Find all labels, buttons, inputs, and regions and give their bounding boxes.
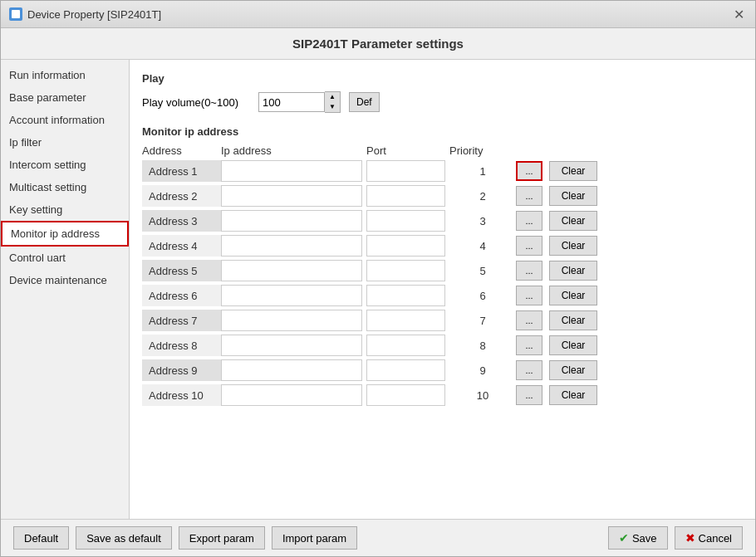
port-input-3[interactable] [366, 210, 445, 232]
priority-10: 10 [449, 389, 516, 402]
col-ip: Ip address [221, 144, 366, 157]
port-input-1[interactable] [366, 160, 445, 182]
save-label: Save [632, 532, 657, 545]
address-row-1: Address 1 1 ... Clear [142, 160, 743, 182]
svg-rect-0 [12, 10, 20, 18]
browse-button-3[interactable]: ... [516, 211, 542, 231]
sidebar-item-intercom-setting[interactable]: Intercom setting [1, 154, 129, 176]
play-volume-label: Play volume(0~100) [142, 96, 250, 109]
ip-input-5[interactable] [221, 260, 362, 281]
browse-button-6[interactable]: ... [516, 286, 542, 305]
priority-1: 1 [449, 165, 516, 178]
title-bar: Device Property [SIP2401T] ✕ [1, 1, 755, 28]
clear-button-9[interactable]: Clear [549, 360, 597, 380]
spinner-up[interactable]: ▲ [325, 92, 340, 102]
address-row-7: Address 7 7 ... Clear [142, 310, 743, 331]
ip-input-2[interactable] [221, 185, 362, 207]
sidebar: Run informationBase parameterAccount inf… [1, 60, 130, 519]
col-address: Address [142, 144, 221, 157]
address-label-8: Address 8 [142, 335, 221, 356]
browse-button-1[interactable]: ... [516, 161, 542, 181]
sidebar-item-ip-filter[interactable]: Ip filter [1, 131, 129, 154]
address-row-4: Address 4 4 ... Clear [142, 235, 743, 257]
address-row-8: Address 8 8 ... Clear [142, 335, 743, 356]
browse-button-10[interactable]: ... [516, 385, 542, 405]
save-as-default-button[interactable]: Save as default [76, 526, 172, 550]
ip-input-3[interactable] [221, 210, 362, 232]
port-input-2[interactable] [366, 185, 445, 207]
clear-button-2[interactable]: Clear [549, 186, 597, 206]
browse-button-7[interactable]: ... [516, 310, 542, 330]
address-row-10: Address 10 10 ... Clear [142, 384, 743, 406]
browse-button-4[interactable]: ... [516, 236, 542, 256]
port-input-9[interactable] [366, 359, 445, 381]
address-row-9: Address 9 9 ... Clear [142, 359, 743, 381]
close-button[interactable]: ✕ [730, 6, 747, 22]
priority-8: 8 [449, 340, 516, 352]
priority-3: 3 [449, 215, 516, 227]
clear-button-10[interactable]: Clear [549, 385, 597, 405]
sidebar-item-key-setting[interactable]: Key setting [1, 198, 129, 221]
col-priority: Priority [449, 144, 516, 157]
address-label-1: Address 1 [142, 160, 221, 182]
address-label-4: Address 4 [142, 235, 221, 257]
save-button[interactable]: ✔ Save [608, 526, 668, 550]
sidebar-item-base-parameter[interactable]: Base parameter [1, 86, 129, 109]
ip-input-10[interactable] [221, 384, 362, 406]
address-row-3: Address 3 3 ... Clear [142, 210, 743, 232]
monitor-section: Monitor ip address Address Ip address Po… [142, 125, 743, 406]
volume-input[interactable] [258, 92, 325, 112]
ip-input-1[interactable] [221, 160, 362, 182]
port-input-6[interactable] [366, 285, 445, 306]
ip-input-9[interactable] [221, 359, 362, 381]
title-bar-text: Device Property [SIP2401T] [27, 8, 161, 21]
clear-button-8[interactable]: Clear [549, 335, 597, 355]
port-input-5[interactable] [366, 260, 445, 281]
clear-button-7[interactable]: Clear [549, 310, 597, 330]
clear-button-1[interactable]: Clear [549, 161, 597, 181]
ip-input-4[interactable] [221, 235, 362, 257]
clear-button-4[interactable]: Clear [549, 236, 597, 256]
address-row-2: Address 2 2 ... Clear [142, 185, 743, 207]
browse-button-8[interactable]: ... [516, 335, 542, 355]
monitor-section-title: Monitor ip address [142, 125, 743, 138]
port-input-8[interactable] [366, 335, 445, 356]
clear-button-6[interactable]: Clear [549, 286, 597, 305]
sidebar-item-monitor-ip-address[interactable]: Monitor ip address [1, 221, 129, 247]
cancel-button[interactable]: ✖ Cancel [675, 526, 743, 550]
title-bar-left: Device Property [SIP2401T] [9, 7, 161, 21]
save-icon: ✔ [619, 531, 629, 545]
import-param-button[interactable]: Import param [272, 526, 357, 550]
export-param-button[interactable]: Export param [179, 526, 265, 550]
main-header: SIP2401T Parameter settings [1, 28, 755, 60]
clear-button-5[interactable]: Clear [549, 261, 597, 281]
sidebar-item-run-information[interactable]: Run information [1, 64, 129, 86]
address-row-6: Address 6 6 ... Clear [142, 285, 743, 306]
main-content: Play Play volume(0~100) ▲ ▼ Def Monitor … [130, 60, 755, 519]
spinner-down[interactable]: ▼ [325, 102, 340, 112]
sidebar-item-device-maintenance[interactable]: Device maintenance [1, 269, 129, 291]
browse-button-5[interactable]: ... [516, 261, 542, 281]
ip-input-7[interactable] [221, 310, 362, 331]
priority-7: 7 [449, 315, 516, 327]
window-icon [9, 7, 22, 21]
browse-button-2[interactable]: ... [516, 186, 542, 206]
address-label-10: Address 10 [142, 384, 221, 406]
priority-6: 6 [449, 290, 516, 302]
play-section-title: Play [142, 72, 743, 85]
port-input-10[interactable] [366, 384, 445, 406]
browse-button-9[interactable]: ... [516, 360, 542, 380]
clear-button-3[interactable]: Clear [549, 211, 597, 231]
sidebar-item-control-uart[interactable]: Control uart [1, 247, 129, 269]
default-button[interactable]: Default [13, 526, 69, 550]
def-button[interactable]: Def [349, 92, 380, 112]
cancel-icon: ✖ [685, 531, 695, 545]
content-area: Run informationBase parameterAccount inf… [1, 60, 755, 519]
port-input-7[interactable] [366, 310, 445, 331]
ip-input-6[interactable] [221, 285, 362, 306]
sidebar-item-multicast-setting[interactable]: Multicast setting [1, 176, 129, 198]
table-header: Address Ip address Port Priority [142, 144, 743, 157]
ip-input-8[interactable] [221, 335, 362, 356]
port-input-4[interactable] [366, 235, 445, 257]
sidebar-item-account-information[interactable]: Account information [1, 109, 129, 131]
